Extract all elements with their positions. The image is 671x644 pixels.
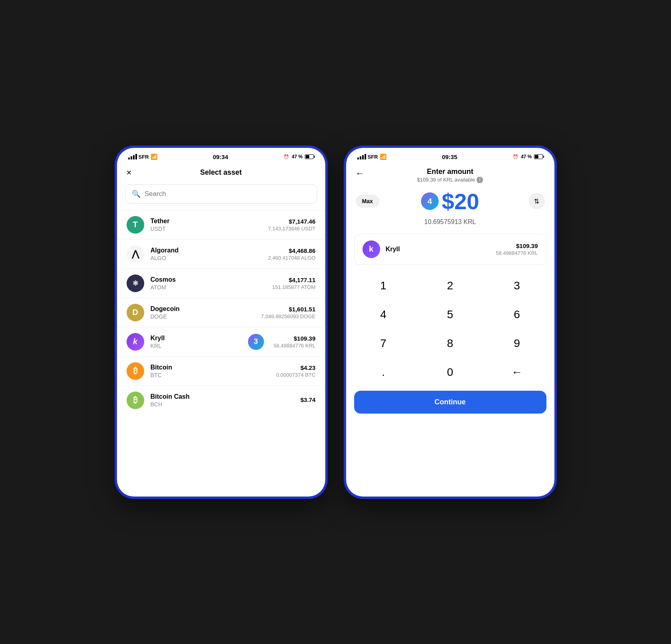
asset-item-dogecoin[interactable]: D Dogecoin DOGE $1,601.51 7,048.88256093… xyxy=(117,298,325,327)
bch-icon: ₿ xyxy=(127,392,144,409)
card-usd: $109.39 xyxy=(496,242,538,249)
signal-icon xyxy=(128,154,137,159)
bch-ticker: BCH xyxy=(151,401,294,408)
numpad-4[interactable]: 4 xyxy=(350,300,417,329)
algo-info: Algorand ALGO xyxy=(151,247,262,261)
carrier-label: SFR xyxy=(139,154,149,160)
tether-info: Tether USDT xyxy=(151,218,262,232)
status-bar-1: SFR 📶 09:34 ⏰ 47 % xyxy=(117,148,325,164)
wifi-icon: 📶 xyxy=(151,153,157,160)
tether-name: Tether xyxy=(151,218,262,225)
status-left-2: SFR 📶 xyxy=(357,153,387,160)
selected-asset-card[interactable]: k Kryll $109.39 58.49884776 KRL xyxy=(354,234,546,265)
time-label-2: 09:35 xyxy=(442,153,457,160)
tether-amount: 7,143.173646 USDT xyxy=(268,226,316,232)
kryll-icon: k xyxy=(127,333,144,351)
numpad-dot[interactable]: . xyxy=(350,358,417,387)
tether-values: $7,147.46 7,143.173646 USDT xyxy=(268,218,316,232)
cosmos-name: Cosmos xyxy=(151,276,266,283)
enter-amount-title: Enter amount xyxy=(417,168,483,176)
kryll-usd: $109.39 xyxy=(274,335,316,342)
kryll-name: Kryll xyxy=(151,335,242,342)
back-button[interactable]: ← xyxy=(356,168,365,179)
status-bar-2: SFR 📶 09:35 ⏰ 47 % xyxy=(346,148,554,164)
algorand-icon: ⋀ xyxy=(127,245,144,263)
close-button[interactable]: × xyxy=(127,168,132,178)
carrier-label-2: SFR xyxy=(368,154,378,160)
card-name: Kryll xyxy=(386,246,490,253)
time-label: 09:34 xyxy=(213,153,228,160)
status-right-2: ⏰ 47 % xyxy=(513,154,543,159)
battery-pct-label-2: 47 % xyxy=(521,154,532,159)
asset-item-kryll[interactable]: k Kryll KRL 3 $109.39 58.49884776 KRL xyxy=(117,327,325,356)
cosmos-usd: $4,177.11 xyxy=(272,277,316,283)
max-button[interactable]: Max xyxy=(356,195,379,208)
asset-item-algorand[interactable]: ⋀ Algorand ALGO $4,468.86 2,460.417048 A… xyxy=(117,239,325,269)
search-input[interactable] xyxy=(145,190,310,198)
card-values: $109.39 58.49884776 KRL xyxy=(496,242,538,256)
numpad-2[interactable]: 2 xyxy=(417,271,484,300)
numpad-9[interactable]: 9 xyxy=(484,329,550,358)
cosmos-icon: ⚛ xyxy=(127,275,144,292)
tether-icon: T xyxy=(127,216,144,234)
btc-ticker: BTC xyxy=(151,372,270,378)
battery-icon-2 xyxy=(534,154,543,159)
doge-info: Dogecoin DOGE xyxy=(151,305,255,320)
btc-usd: $4.23 xyxy=(276,364,315,371)
search-icon: 🔍 xyxy=(132,190,141,198)
doge-ticker: DOGE xyxy=(151,313,255,320)
cosmos-ticker: ATOM xyxy=(151,284,266,291)
crypto-conversion: 10.69575913 KRL xyxy=(346,218,554,232)
bitcoin-icon: ₿ xyxy=(127,362,144,380)
asset-item-cosmos[interactable]: ⚛ Cosmos ATOM $4,177.11 151.185877 ATOM xyxy=(117,269,325,298)
btc-info: Bitcoin BTC xyxy=(151,364,270,378)
cosmos-amount: 151.185877 ATOM xyxy=(272,284,316,290)
dogecoin-icon: D xyxy=(127,304,144,321)
numpad-1[interactable]: 1 xyxy=(350,271,417,300)
algo-name: Algorand xyxy=(151,247,262,254)
numpad-7[interactable]: 7 xyxy=(350,329,417,358)
cosmos-info: Cosmos ATOM xyxy=(151,276,266,291)
card-amount: 58.49884776 KRL xyxy=(496,250,538,256)
search-bar[interactable]: 🔍 xyxy=(125,184,317,204)
btc-amount: 0.00007374 BTC xyxy=(276,372,315,378)
page-header-1: × Select asset xyxy=(117,164,325,184)
signal-icon-2 xyxy=(357,154,366,159)
phone-2: SFR 📶 09:35 ⏰ 47 % ← Enter amount $109.3… xyxy=(344,145,557,499)
status-left-1: SFR 📶 xyxy=(128,153,157,160)
continue-button[interactable]: Continue xyxy=(354,391,546,414)
algo-ticker: ALGO xyxy=(151,255,262,261)
battery-icon xyxy=(305,154,314,159)
algo-values: $4,468.86 2,460.417048 ALGO xyxy=(268,247,316,261)
asset-item-bitcoincash[interactable]: ₿ Bitcoin Cash BCH $3.74 xyxy=(117,386,325,415)
asset-item-tether[interactable]: T Tether USDT $7,147.46 7,143.173646 USD… xyxy=(117,210,325,239)
swap-button[interactable]: ⇅ xyxy=(529,193,545,209)
numpad-0[interactable]: 0 xyxy=(417,358,484,387)
btc-values: $4.23 0.00007374 BTC xyxy=(276,364,315,378)
numpad-3[interactable]: 3 xyxy=(484,271,550,300)
doge-values: $1,601.51 7,048.88256093 DOGE xyxy=(261,306,316,319)
bch-usd: $3.74 xyxy=(300,396,316,403)
btc-name: Bitcoin xyxy=(151,364,270,371)
kryll-info: Kryll KRL xyxy=(151,335,242,349)
bch-values: $3.74 xyxy=(300,396,316,404)
numpad-backspace[interactable]: ← xyxy=(484,358,550,387)
numpad-8[interactable]: 8 xyxy=(417,329,484,358)
numpad-6[interactable]: 6 xyxy=(484,300,550,329)
algo-amount: 2,460.417048 ALGO xyxy=(268,255,316,261)
doge-amount: 7,048.88256093 DOGE xyxy=(261,313,316,319)
selected-asset-icon: k xyxy=(363,240,380,258)
asset-list: T Tether USDT $7,147.46 7,143.173646 USD… xyxy=(117,210,325,415)
asset-item-bitcoin[interactable]: ₿ Bitcoin BTC $4.23 0.00007374 BTC xyxy=(117,356,325,386)
page-header-2: ← Enter amount $109.39 of KRL available … xyxy=(346,164,554,180)
battery-pct-label: 47 % xyxy=(292,154,302,159)
amount-display: $20 xyxy=(442,188,479,214)
kryll-values: $109.39 58.49884776 KRL xyxy=(274,335,316,349)
numpad-5[interactable]: 5 xyxy=(417,300,484,329)
wifi-icon-2: 📶 xyxy=(380,153,387,160)
page-title-1: Select asset xyxy=(200,168,242,177)
status-right-1: ⏰ 47 % xyxy=(284,154,314,159)
cosmos-values: $4,177.11 151.185877 ATOM xyxy=(272,277,316,290)
algo-usd: $4,468.86 xyxy=(268,247,316,254)
swap-icon: ⇅ xyxy=(534,198,539,205)
